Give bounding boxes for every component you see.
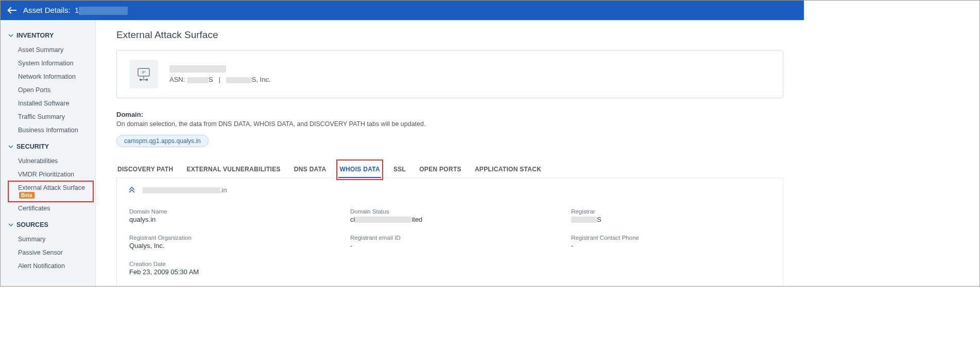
field-label: Domain Status bbox=[350, 208, 551, 215]
beta-badge: Beta bbox=[19, 192, 35, 199]
sidebar-item-external-attack-surface[interactable]: External Attack Surface Beta bbox=[8, 181, 93, 202]
summary-card: IP ASN: S | S, Inc. bbox=[116, 50, 783, 98]
nav-group-label: INVENTORY bbox=[16, 32, 54, 39]
summary-line-2: ASN: S | S, Inc. bbox=[169, 76, 271, 83]
header-asset-id-redacted bbox=[79, 7, 128, 15]
ip-monitor-icon: IP bbox=[135, 66, 152, 82]
nav-group-inventory: INVENTORY Asset Summary System Informati… bbox=[1, 28, 95, 137]
separator: | bbox=[218, 76, 220, 83]
header-bar: Asset Details: 1 bbox=[1, 1, 804, 20]
field-registrant-org: Registrant Organization Qualys, Inc. bbox=[129, 235, 330, 250]
whois-panel: .in Domain Name qualys.in Domain Status … bbox=[116, 178, 783, 286]
summary-line-1 bbox=[169, 65, 271, 73]
sidebar-item-system-information[interactable]: System Information bbox=[1, 57, 95, 70]
sidebar-item-network-information[interactable]: Network Information bbox=[1, 70, 95, 83]
field-value: qualys.in bbox=[129, 216, 330, 223]
chevron-down-icon bbox=[8, 144, 13, 149]
asn-suffix: S bbox=[209, 76, 213, 83]
redacted-text bbox=[571, 217, 597, 223]
whois-grid: Domain Name qualys.in Domain Status clit… bbox=[128, 208, 771, 276]
tab-ssl[interactable]: SSL bbox=[392, 162, 407, 178]
field-registrar: Registrar S bbox=[571, 208, 771, 223]
sidebar-item-passive-sensor[interactable]: Passive Sensor bbox=[1, 246, 95, 259]
content-area: External Attack Surface IP bbox=[96, 20, 804, 286]
field-value: Qualys, Inc. bbox=[129, 242, 330, 250]
sidebar-item-vmdr-prioritization[interactable]: VMDR Prioritization bbox=[1, 168, 95, 181]
asn-label: ASN: bbox=[169, 76, 185, 83]
chevron-down-icon bbox=[8, 33, 13, 38]
tab-application-stack[interactable]: APPLICATION STACK bbox=[474, 162, 542, 178]
field-domain-name: Domain Name qualys.in bbox=[129, 208, 330, 223]
tab-open-ports[interactable]: OPEN PORTS bbox=[418, 162, 462, 178]
tab-discovery-path[interactable]: DISCOVERY PATH bbox=[116, 162, 174, 178]
org-suffix: S, Inc. bbox=[252, 76, 271, 83]
sidebar-item-label: External Attack Surface bbox=[18, 184, 85, 191]
nav-group-label: SOURCES bbox=[16, 221, 48, 228]
domain-description: On domain selection, the data from DNS D… bbox=[116, 120, 783, 128]
sidebar[interactable]: INVENTORY Asset Summary System Informati… bbox=[1, 20, 96, 286]
redacted-text bbox=[355, 217, 411, 223]
field-label: Domain Name bbox=[129, 208, 330, 215]
main-row: INVENTORY Asset Summary System Informati… bbox=[1, 20, 804, 286]
nav-group-sources: SOURCES Summary Passive Sensor Alert Not… bbox=[1, 217, 95, 273]
nav-group-header-security[interactable]: SECURITY bbox=[1, 139, 95, 154]
field-label: Registrar bbox=[571, 208, 771, 215]
domain-section: Domain: On domain selection, the data fr… bbox=[116, 111, 783, 147]
header-title: Asset Details: 1 bbox=[23, 6, 128, 15]
sidebar-item-vulnerabilities[interactable]: Vulnerabilities bbox=[1, 154, 95, 168]
field-value: - bbox=[571, 242, 771, 250]
sidebar-item-open-ports[interactable]: Open Ports bbox=[1, 83, 95, 97]
page-title: External Attack Surface bbox=[116, 29, 783, 41]
domain-chip[interactable]: camspm.qg1.apps.qualys.in bbox=[116, 135, 209, 147]
app-root: Asset Details: 1 INVENTORY Asset Summary… bbox=[1, 1, 804, 286]
field-creation-date: Creation Date Feb 23, 2009 05:30 AM bbox=[129, 261, 330, 276]
field-label: Creation Date bbox=[129, 261, 330, 267]
redacted-text bbox=[226, 77, 252, 83]
field-domain-status: Domain Status clited bbox=[350, 208, 551, 223]
redacted-text bbox=[143, 187, 220, 193]
collapsed-domain: .in bbox=[143, 186, 227, 194]
tab-external-vulnerabilities[interactable]: EXTERNAL VULNERABILITIES bbox=[185, 162, 281, 178]
field-label: Registrant email ID bbox=[350, 235, 551, 241]
tab-dns-data[interactable]: DNS DATA bbox=[293, 162, 328, 178]
sidebar-item-certificates[interactable]: Certificates bbox=[1, 202, 95, 215]
ip-icon-box: IP bbox=[129, 60, 158, 88]
tab-whois-data[interactable]: WHOIS DATA bbox=[338, 162, 381, 178]
header-title-prefix: Asset Details: bbox=[23, 6, 71, 14]
sidebar-item-alert-notification[interactable]: Alert Notification bbox=[1, 259, 95, 273]
field-label: Registrant Contact Phone bbox=[571, 235, 771, 241]
nav-group-label: SECURITY bbox=[16, 143, 49, 150]
sidebar-item-summary[interactable]: Summary bbox=[1, 233, 95, 246]
field-value: - bbox=[350, 242, 551, 250]
field-registrant-phone: Registrant Contact Phone - bbox=[571, 235, 771, 250]
tabs: DISCOVERY PATH EXTERNAL VULNERABILITIES … bbox=[116, 162, 783, 178]
nav-group-header-sources[interactable]: SOURCES bbox=[1, 217, 95, 233]
domain-label: Domain: bbox=[116, 111, 783, 118]
field-value: Feb 23, 2009 05:30 AM bbox=[129, 268, 330, 276]
sidebar-item-business-information[interactable]: Business Information bbox=[1, 123, 95, 137]
chevron-down-icon bbox=[8, 222, 13, 227]
field-value: S bbox=[571, 216, 771, 223]
svg-point-6 bbox=[146, 79, 148, 80]
collapse-row: .in bbox=[128, 186, 771, 194]
sidebar-item-installed-software[interactable]: Installed Software bbox=[1, 97, 95, 110]
svg-text:IP: IP bbox=[142, 70, 146, 75]
nav-group-security: SECURITY Vulnerabilities VMDR Prioritiza… bbox=[1, 139, 95, 215]
arrow-left-icon bbox=[6, 5, 18, 16]
collapse-toggle[interactable] bbox=[128, 186, 135, 193]
summary-lines: ASN: S | S, Inc. bbox=[169, 65, 271, 84]
field-registrant-email: Registrant email ID - bbox=[350, 235, 551, 250]
chevron-double-up-icon bbox=[128, 186, 135, 193]
field-value: clited bbox=[350, 216, 551, 223]
sidebar-item-asset-summary[interactable]: Asset Summary bbox=[1, 43, 95, 57]
back-arrow-button[interactable] bbox=[6, 4, 18, 16]
domain-suffix: .in bbox=[220, 186, 227, 194]
header-asset-id: 1 bbox=[75, 6, 79, 14]
field-label: Registrant Organization bbox=[129, 235, 330, 241]
redacted-text bbox=[169, 65, 226, 73]
nav-group-header-inventory[interactable]: INVENTORY bbox=[1, 28, 95, 43]
redacted-text bbox=[187, 77, 209, 83]
sidebar-item-traffic-summary[interactable]: Traffic Summary bbox=[1, 110, 95, 123]
svg-point-5 bbox=[140, 79, 142, 80]
